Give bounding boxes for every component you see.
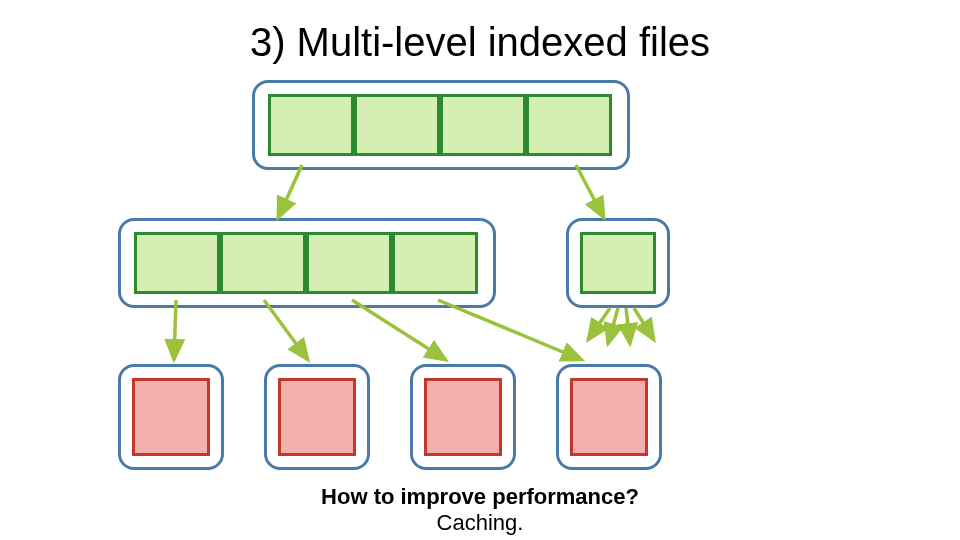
- mid-left-index-cell: [220, 232, 306, 294]
- data-block: [570, 378, 648, 456]
- data-block: [132, 378, 210, 456]
- diagram-title: 3) Multi-level indexed files: [0, 20, 960, 65]
- svg-line-9: [634, 308, 654, 340]
- top-index-cell: [268, 94, 354, 156]
- svg-line-4: [352, 300, 446, 360]
- svg-line-8: [626, 308, 630, 344]
- data-block: [424, 378, 502, 456]
- top-index-cell: [354, 94, 440, 156]
- top-index-cell: [526, 94, 612, 156]
- svg-line-6: [588, 308, 610, 340]
- svg-line-5: [438, 300, 582, 360]
- svg-line-7: [608, 308, 618, 344]
- caption-answer: Caching.: [0, 510, 960, 536]
- caption-question: How to improve performance?: [0, 484, 960, 510]
- svg-line-0: [278, 165, 302, 218]
- mid-right-index-cell: [580, 232, 656, 294]
- data-block: [278, 378, 356, 456]
- mid-left-index-cell: [306, 232, 392, 294]
- mid-left-index-cell: [392, 232, 478, 294]
- svg-line-2: [174, 300, 176, 360]
- top-index-cell: [440, 94, 526, 156]
- mid-left-index-cell: [134, 232, 220, 294]
- svg-line-1: [576, 165, 604, 218]
- svg-line-3: [264, 300, 308, 360]
